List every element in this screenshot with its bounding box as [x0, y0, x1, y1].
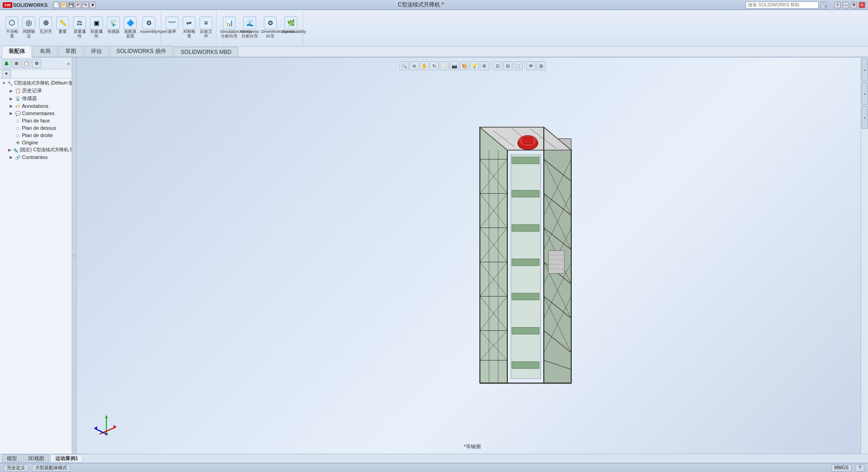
- mass-properties-button[interactable]: ⚖ 质量属性: [71, 16, 88, 40]
- main-toolbar: ⬡ 干涉检查 ◎ 间隙验证 ⊕ 孔对齐 📏 量量 ⚖ 质量属性: [0, 10, 868, 47]
- driveworks-button[interactable]: ⚙ DriveWorksXpress向导: [260, 16, 280, 40]
- assembly-visual-icon: 🔷: [124, 16, 137, 29]
- tree-item-annotations[interactable]: ▶ 🏷 Annotations: [0, 102, 72, 110]
- titlebar-left: SW SOLIDWORKS 📄 📂 💾 ↶ ↷ ▼: [3, 2, 96, 8]
- tree-sensors-label: 传感器: [22, 95, 37, 102]
- measure-button[interactable]: 📏 量量: [54, 16, 71, 40]
- tree-history-label: 历史记录: [22, 87, 42, 94]
- redo-button[interactable]: ↷: [82, 2, 89, 8]
- fit-screen-button[interactable]: ⬜: [440, 61, 449, 70]
- tab-assemble[interactable]: 装配体: [2, 46, 32, 58]
- filter-button[interactable]: ▼: [2, 69, 11, 79]
- section-properties-button[interactable]: ▣ 剖面属性: [88, 16, 105, 40]
- tab-evaluate[interactable]: 评估: [84, 46, 109, 57]
- svg-rect-58: [512, 361, 539, 368]
- app-name: SOLIDWORKS: [13, 2, 48, 8]
- tab-drawing[interactable]: 草图: [58, 46, 83, 57]
- search-input[interactable]: [746, 1, 819, 9]
- toolbar-items: ⬡ 干涉检查 ◎ 间隙验证 ⊕ 孔对齐 📏 量量 ⚖ 质量属性: [2, 11, 303, 44]
- close-button[interactable]: ✕: [859, 2, 865, 8]
- tab-sw-plugin[interactable]: SOLIDWORKS 插件: [110, 46, 173, 57]
- mass-label: 质量属性: [74, 30, 86, 39]
- rotate-button[interactable]: ↻: [430, 61, 439, 70]
- zoom-out-button[interactable]: ⊖: [410, 61, 419, 70]
- right-strip-button-3[interactable]: ▪: [862, 106, 868, 129]
- right-strip-button-2[interactable]: ▪: [862, 82, 868, 105]
- compare-files-button[interactable]: ≡ 比较文件: [198, 16, 214, 40]
- tree-item-plan-face[interactable]: ◇ Plan de face: [0, 117, 72, 124]
- tree-item-plan-droite[interactable]: ◇ Plan de droite: [0, 132, 72, 139]
- hide-show-button[interactable]: 👁: [526, 61, 536, 70]
- tree-item-commentaires[interactable]: ▶ 💬 Commentaires: [0, 110, 72, 117]
- tab-layout[interactable]: 布局: [33, 46, 58, 57]
- hole-align-button[interactable]: ⊕ 孔对齐: [37, 16, 54, 40]
- tree-item-history[interactable]: ▶ 📋 历史记录: [0, 87, 72, 95]
- toolbar-xpress-row: 📊 SimulationXpress分析向导 🌊 FloXpress分析向导 ⚙…: [219, 16, 301, 40]
- 3d-model: [443, 113, 589, 398]
- plan-droite-icon: ◇: [15, 132, 21, 138]
- status-units: MMGS: [831, 464, 852, 472]
- toolbar-divider: [491, 61, 491, 69]
- bottom-tab-3dview[interactable]: 3D视图: [23, 454, 49, 463]
- save-button[interactable]: 💾: [68, 2, 74, 8]
- tree-item-sensors[interactable]: ▶ 📡 传感器: [0, 95, 72, 102]
- curvature-icon: 〰: [166, 16, 179, 29]
- options-button[interactable]: ▼: [89, 2, 96, 8]
- 3d-viewport[interactable]: 🔍 ⊖ ✋ ↻ ⬜ 📷 🎨 💡 ⚙ ⊡ ⊟ ⬚ 👁 ⊞: [77, 58, 868, 454]
- open-button[interactable]: 📂: [60, 2, 67, 8]
- clearance-verify-button[interactable]: ◎ 间隙验证: [21, 16, 37, 40]
- window-title: C型连续式升降机 *: [96, 1, 746, 9]
- sensor-button[interactable]: 📡 传感器: [105, 16, 121, 40]
- plan-droite-expand-icon: [8, 133, 14, 138]
- temp-axes-button[interactable]: ⊞: [537, 61, 546, 70]
- section-view-button[interactable]: ⊟: [503, 61, 512, 70]
- feature-manager-button[interactable]: ⊞: [12, 59, 21, 68]
- view-orient-button[interactable]: ⊡: [493, 61, 502, 70]
- sensors-icon: 📡: [15, 95, 21, 102]
- interference-label: 干涉检查: [6, 30, 18, 39]
- bottom-tab-motion[interactable]: 运动算例1: [50, 454, 83, 463]
- snapshot-button[interactable]: 📷: [450, 61, 459, 70]
- symmetry-check-button[interactable]: ⇌ 对称检查: [181, 16, 197, 40]
- property-manager-button[interactable]: 📋: [22, 59, 31, 68]
- tree-item-root[interactable]: ▼ 🔧 C型连续式升降机 (Défaut<显: [0, 80, 72, 87]
- config-manager-button[interactable]: ⚙: [32, 59, 41, 68]
- simulation-xpress-button[interactable]: 📊 SimulationXpress分析向导: [219, 16, 239, 40]
- status-info-button[interactable]: ?: [855, 464, 864, 472]
- interference-check-button[interactable]: ⬡ 干涉检查: [4, 16, 20, 40]
- tree-item-contraintes[interactable]: ▶ 🔗 Contraintes: [0, 154, 72, 161]
- undo-button[interactable]: ↶: [75, 2, 81, 8]
- hole-label: 孔对齐: [40, 30, 52, 34]
- floxpress-button[interactable]: 🌊 FloXpress分析向导: [240, 16, 260, 40]
- assembly-icon: 🔧: [7, 80, 13, 86]
- bottom-tab-model[interactable]: 模型: [2, 454, 22, 463]
- display-settings-button[interactable]: ⚙: [480, 61, 489, 70]
- tab-sw-mbd[interactable]: SOLIDWORKS MBD: [174, 47, 238, 57]
- assembly-xpert-button[interactable]: ⚙ AssemblyXpert: [139, 16, 159, 40]
- tree-item-component[interactable]: ▶ 🔩 (固定) C型连续式升降机.ST: [0, 146, 72, 154]
- tree-item-plan-dessus[interactable]: ◇ Plan de dessus: [0, 124, 72, 132]
- assembly-visual-button[interactable]: 🔷 装配体直观: [122, 16, 138, 40]
- appearance-button[interactable]: 🎨: [460, 61, 469, 70]
- plan-face-expand-icon: [8, 118, 14, 123]
- light-button[interactable]: 💡: [470, 61, 479, 70]
- restore-button[interactable]: ⧉: [851, 2, 857, 8]
- zoom-in-button[interactable]: 🔍: [400, 61, 409, 70]
- help-button[interactable]: ?: [834, 2, 841, 8]
- design-tree-button[interactable]: 🌲: [2, 59, 11, 68]
- minimize-button[interactable]: —: [842, 2, 849, 8]
- new-button[interactable]: 📄: [53, 2, 59, 8]
- history-icon: 📋: [15, 88, 21, 94]
- sustainability-button[interactable]: 🌿 Sustainability: [281, 16, 301, 40]
- pan-button[interactable]: ✋: [420, 61, 429, 70]
- display-style-button[interactable]: ⬚: [513, 61, 522, 70]
- panel-collapse-button[interactable]: ‹: [72, 58, 77, 454]
- annotations-expand-icon: ▶: [8, 103, 14, 109]
- curvature-button[interactable]: 〰 曲率: [164, 16, 180, 40]
- tree-plan-dessus-label: Plan de dessus: [22, 125, 56, 131]
- right-strip-button-1[interactable]: ▪: [862, 58, 868, 81]
- search-button[interactable]: 🔍: [821, 2, 827, 8]
- measure-label: 量量: [58, 30, 67, 34]
- panel-expand-button[interactable]: »: [67, 61, 70, 66]
- tree-item-origine[interactable]: ✚ Origine: [0, 139, 72, 146]
